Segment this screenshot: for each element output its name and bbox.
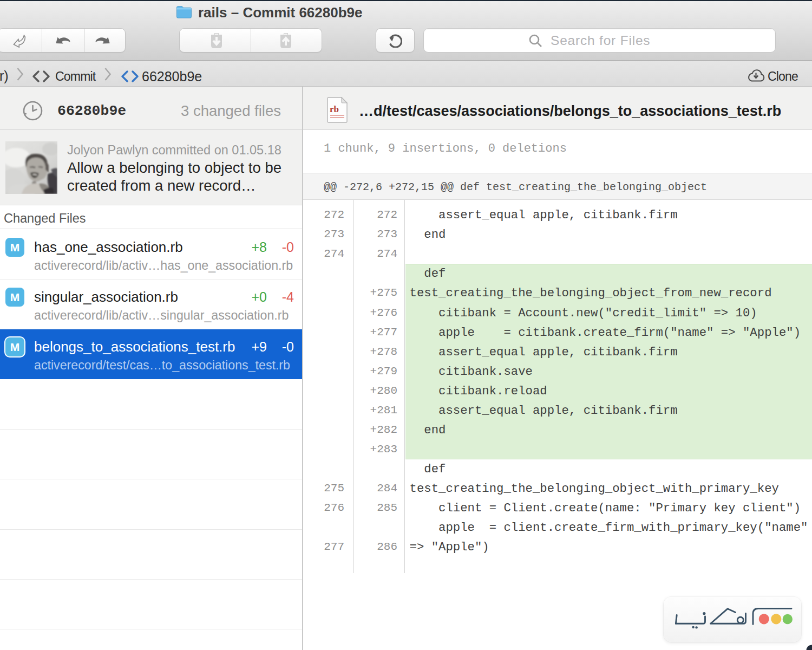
svg-text:rb: rb — [330, 104, 339, 114]
